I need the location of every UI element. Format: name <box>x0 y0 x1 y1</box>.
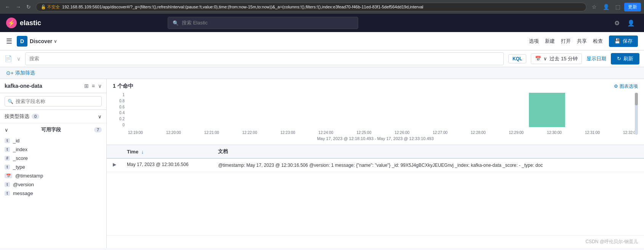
x-axis-label: 12:27:00 <box>433 131 447 135</box>
field-item[interactable]: t_type <box>5 163 102 171</box>
settings-icon[interactable]: ⚙ <box>611 18 623 28</box>
chart-scrollbar[interactable] <box>635 93 638 135</box>
field-item[interactable]: t_id <box>5 136 102 145</box>
new-button[interactable]: 新建 <box>545 38 555 45</box>
table-row: ▶ May 17, 2023 @ 12:30:16.506 @timestamp… <box>107 158 644 172</box>
index-actions: ⊞ ≡ ∨ <box>84 83 102 89</box>
x-axis-label: 12:30:00 <box>547 131 562 135</box>
time-range-text: 过去 15 分钟 <box>549 55 578 62</box>
x-axis-label: 12:23:00 <box>280 131 295 135</box>
chart-options-button[interactable]: ⚙ 图表选项 <box>614 83 638 90</box>
update-button[interactable]: 更新 <box>624 3 641 11</box>
save-icon: 💾 <box>614 38 620 44</box>
field-name: _index <box>13 147 27 152</box>
x-axis-label: 12:19:00 <box>128 131 143 135</box>
share-button[interactable]: 共享 <box>577 38 587 45</box>
show-date-button[interactable]: 显示日期 <box>586 55 606 62</box>
field-name: @version <box>13 182 34 187</box>
field-type-badge: t <box>5 165 10 169</box>
app-dropdown-button[interactable]: ∨ <box>54 39 57 44</box>
type-filter-label: 按类型筛选 0 <box>5 113 39 120</box>
sidebar-search: 🔍 <box>0 93 106 110</box>
fields-list: t_idt_index#_scoret_type📅@timestampt@ver… <box>5 136 102 198</box>
time-cell: May 17, 2023 @ 12:30:16.506 <box>122 158 213 172</box>
y-axis-label: 0 <box>122 123 125 127</box>
account-icon[interactable]: 👤 <box>624 18 638 28</box>
chart-header: 1 个命中 ⚙ 图表选项 <box>113 83 638 90</box>
refresh-button[interactable]: ↻ 刷新 <box>611 53 639 65</box>
index-dropdown-button[interactable]: ∨ <box>98 83 102 89</box>
x-axis-label: 12:21:00 <box>204 131 219 135</box>
type-filter[interactable]: 按类型筛选 0 ∨ <box>0 110 106 123</box>
results-area: Time ↓ 文档 ▶ May 17, 2023 @ 12:30:16.506 … <box>107 145 644 235</box>
search-row: 📄 ∨ KQL 📅 ∨ 过去 15 分钟 显示日期 ↻ 刷新 <box>0 50 644 67</box>
kql-button[interactable]: KQL <box>508 54 526 63</box>
x-axis-label: 12:26:00 <box>394 131 409 135</box>
y-axis-label: 0.2 <box>119 117 125 121</box>
global-search-bar[interactable]: 🔍 搜索 Elastic <box>168 17 358 29</box>
field-search-input[interactable] <box>5 96 102 106</box>
sidebar-search-wrap: 🔍 <box>5 96 102 106</box>
field-item[interactable]: 📅@timestamp <box>5 171 102 180</box>
main-content: kafka-one-data ⊞ ≡ ∨ 🔍 按类型筛选 0 ∨ ∨ 可用字段 <box>0 79 644 248</box>
time-picker[interactable]: 📅 ∨ 过去 15 分钟 <box>531 53 582 64</box>
y-axis-label: 1 <box>122 93 125 97</box>
x-axis-label: 12:25:00 <box>357 131 372 135</box>
bookmark-icon[interactable]: ☆ <box>590 3 599 11</box>
inspect-button[interactable]: 检查 <box>593 38 603 45</box>
add-filter-button[interactable]: + 添加筛选 <box>11 69 35 76</box>
calendar-icon: 📅 <box>535 56 541 61</box>
field-type-badge: 📅 <box>5 173 12 178</box>
field-item[interactable]: t_index <box>5 145 102 154</box>
forward-button[interactable]: → <box>14 3 23 11</box>
plus-icon: + <box>11 70 14 76</box>
x-axis-label: 12:20:00 <box>166 131 181 135</box>
profile-icon[interactable]: 👤 <box>601 3 612 11</box>
x-axis-label: 12:28:00 <box>471 131 485 135</box>
browser-refresh-button[interactable]: ↻ <box>24 3 33 11</box>
field-item[interactable]: tmessage <box>5 189 102 198</box>
back-button[interactable]: ← <box>3 3 12 11</box>
sort-icon: ↓ <box>141 149 144 155</box>
x-axis-label: 12:24:00 <box>319 131 333 135</box>
expand-cell: ▶ <box>107 158 122 172</box>
type-filter-chevron-icon: ∨ <box>98 114 102 119</box>
options-button[interactable]: 选项 <box>529 38 539 45</box>
filter-row: ⊙ + 添加筛选 <box>0 67 644 79</box>
y-axis-label: 0.8 <box>119 99 125 103</box>
chart-x-axis: 12:19:0012:20:0012:21:0012:22:0012:23:00… <box>128 131 638 135</box>
app-header: ☰ D Discover ∨ 选项 新建 打开 共享 检查 💾 保存 <box>0 32 644 50</box>
result-count: 1 个命中 <box>113 83 133 90</box>
insecure-label: 🔓 不安全 <box>41 4 60 10</box>
doc-content: @timestamp: May 17, 2023 @ 12:30:16.506 … <box>218 162 637 169</box>
search-input[interactable] <box>29 56 500 61</box>
index-name: kafka-one-data <box>5 83 42 89</box>
extensions-icon[interactable]: ⬚ <box>613 3 623 11</box>
available-fields-count: 7 <box>94 127 102 132</box>
field-type-badge: t <box>5 182 10 187</box>
field-item[interactable]: t@version <box>5 180 102 189</box>
chevron-down-icon: ∨ <box>543 56 547 61</box>
search-input-area[interactable] <box>25 52 504 65</box>
chart-scrollbar-thumb <box>635 93 638 105</box>
open-button[interactable]: 打开 <box>561 38 571 45</box>
columns-icon[interactable]: ≡ <box>92 83 95 89</box>
y-axis-label: 0.6 <box>119 105 125 109</box>
funnel-icon: ⊙ <box>6 70 11 76</box>
chart-bars <box>128 93 638 127</box>
sidebar: kafka-one-data ⊞ ≡ ∨ 🔍 按类型筛选 0 ∨ ∨ 可用字段 <box>0 79 107 248</box>
hamburger-button[interactable]: ☰ <box>6 37 12 45</box>
search-doc-icon: 📄 <box>5 55 12 62</box>
save-button[interactable]: 💾 保存 <box>609 35 638 47</box>
chart-bar[interactable] <box>529 93 565 127</box>
address-bar[interactable]: 🔓 不安全 192.168.85.109:5601/app/discover#/… <box>36 3 586 11</box>
grid-icon[interactable]: ⊞ <box>84 83 89 89</box>
top-nav-right: ⚙ 👤 <box>611 18 638 28</box>
field-search-icon: 🔍 <box>8 99 13 104</box>
field-name: @timestamp <box>15 173 43 179</box>
x-axis-label: 12:22:00 <box>242 131 257 135</box>
doc-col-header: 文档 <box>213 145 644 158</box>
field-name: _type <box>13 164 25 170</box>
field-item[interactable]: #_score <box>5 154 102 163</box>
expand-row-button[interactable]: ▶ <box>111 162 118 167</box>
